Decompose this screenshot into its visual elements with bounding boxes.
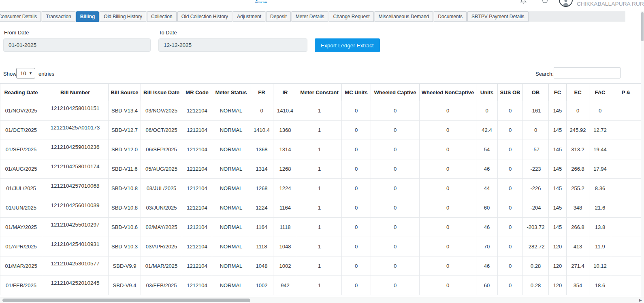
table-cell: 0 [420, 179, 476, 198]
table-cell: 1 [297, 179, 342, 198]
table-cell: 01/MAY/2025 [0, 218, 42, 237]
table-cell: 354 [567, 276, 589, 295]
table-cell: -57 [523, 140, 549, 159]
vertical-scrollbar-thumb[interactable] [641, 12, 644, 41]
avatar[interactable] [559, 0, 573, 7]
table-cell: SBD-V9.9 [109, 256, 141, 276]
table-row: 01/JUN/20251212104256010039SBD-V10.803/J… [0, 198, 641, 218]
table-cell: 1118 [273, 218, 297, 237]
column-header[interactable]: Reading Date [0, 84, 42, 101]
table-cell: 266.8 [567, 218, 589, 237]
tab-transaction[interactable]: Transaction [42, 11, 75, 22]
table-cell: 0 [342, 179, 371, 198]
tab-old-collection-history[interactable]: Old Collection History [177, 11, 232, 22]
table-cell: 1 [297, 140, 342, 159]
bell-icon[interactable] [520, 0, 527, 6]
table-cell: NORMAL [212, 237, 250, 256]
to-date-label: To Date [159, 30, 177, 36]
column-header[interactable]: OB [523, 84, 549, 101]
table-cell: 1164 [273, 198, 297, 218]
scroll-right-icon[interactable]: ▶ [639, 298, 642, 302]
column-header[interactable]: Bill Issue Date [141, 84, 182, 101]
page-size-select[interactable]: 10 ▼ [16, 68, 35, 78]
table-cell: -282.72 [523, 237, 549, 256]
column-header[interactable]: Wheeled Captive [371, 84, 420, 101]
table-cell: 0 [420, 276, 476, 295]
column-header[interactable]: EC [567, 84, 589, 101]
from-date-label: From Date [4, 30, 29, 36]
tab-consumer-details[interactable]: Consumer Details [0, 11, 41, 22]
table-cell: NORMAL [212, 179, 250, 198]
column-header[interactable]: MR Code [182, 84, 212, 101]
tab-miscellaneous-demand[interactable]: Miscellaneous Demand [375, 11, 433, 22]
table-cell: 245.92 [567, 121, 589, 140]
table-cell: 1048 [273, 237, 297, 256]
billing-table-grid: Reading Date Bill Number Bill Source Bil… [0, 83, 641, 295]
table-cell: 120 [549, 256, 567, 276]
column-header[interactable]: Meter Constant [297, 84, 342, 101]
column-header[interactable]: FR [250, 84, 273, 101]
column-header[interactable]: IR [273, 84, 297, 101]
table-cell: 1212104259010236 [42, 140, 109, 159]
table-cell: 1224 [250, 198, 273, 218]
table-cell: NORMAL [212, 218, 250, 237]
tab-meter-details[interactable]: Meter Details [292, 11, 328, 22]
table-cell: 0 [342, 159, 371, 179]
table-cell: 0 [342, 140, 371, 159]
horizontal-scrollbar-thumb[interactable] [2, 299, 250, 302]
vertical-scrollbar[interactable] [641, 11, 644, 297]
column-header[interactable]: FC [549, 84, 567, 101]
horizontal-scrollbar[interactable]: ▶ [0, 297, 644, 303]
tab-change-request[interactable]: Change Request [329, 11, 373, 22]
tab-billing[interactable]: Billing [76, 11, 99, 22]
export-ledger-button[interactable]: Export Ledger Extract [315, 38, 380, 52]
from-date-input[interactable] [3, 38, 151, 52]
column-header[interactable]: FAC [589, 84, 611, 101]
table-cell: 0 [371, 237, 420, 256]
table-cell: 1212104 [182, 276, 212, 295]
table-cell: 1212104253010577 [42, 256, 109, 276]
table-cell: 44 [476, 179, 498, 198]
tab-old-billing-history[interactable]: Old Billing History [100, 11, 146, 22]
table-cell: 1212104258010151 [42, 101, 109, 121]
table-cell: 1212104258010174 [42, 159, 109, 179]
table-cell: 70 [476, 237, 498, 256]
column-header[interactable]: Wheeled NonCaptive [420, 84, 476, 101]
table-cell: 01/SEP/2025 [0, 140, 42, 159]
table-cell: 0 [498, 276, 523, 295]
table-cell: SBD-V10.8 [109, 198, 141, 218]
tab-deposit[interactable]: Deposit [266, 11, 291, 22]
column-header[interactable]: SUS OB [498, 84, 523, 101]
table-cell: 0.28 [523, 256, 549, 276]
power-icon[interactable] [542, 0, 548, 5]
to-date-input[interactable] [158, 38, 307, 52]
column-header[interactable]: Bill Number [42, 84, 109, 101]
table-cell [611, 256, 641, 276]
column-header[interactable]: Bill Source [109, 84, 141, 101]
table-cell: 942 [273, 276, 297, 295]
tab-adjustment[interactable]: Adjustment [233, 11, 265, 22]
table-cell: 0 [498, 101, 523, 121]
table-cell: 8.36 [589, 179, 611, 198]
table-cell: 0 [371, 101, 420, 121]
column-header[interactable]: Units [476, 84, 498, 101]
tab-collection[interactable]: Collection [147, 11, 177, 22]
table-cell: 1212104257010068 [42, 179, 109, 198]
tab-srtpv-payment-details[interactable]: SRTPV Payment Details [467, 11, 529, 22]
tab-documents[interactable]: Documents [434, 11, 467, 22]
table-cell: 313.2 [567, 140, 589, 159]
search-input[interactable] [554, 67, 621, 78]
table-cell: 1212104 [182, 198, 212, 218]
column-header[interactable]: MC Units [342, 84, 371, 101]
column-header[interactable]: P & [611, 84, 641, 101]
column-header[interactable]: Meter Status [212, 84, 250, 101]
table-cell: SBD-V9.4 [109, 276, 141, 295]
show-label: Show [3, 71, 17, 77]
table-cell: 0 [371, 159, 420, 179]
table-cell: 46 [476, 256, 498, 276]
table-cell: 1 [297, 237, 342, 256]
table-cell: -161 [523, 101, 549, 121]
table-cell [611, 276, 641, 295]
table-cell: 46 [476, 159, 498, 179]
billing-table-body: 01/NOV/20251212104258010151SBD-V13.403/N… [0, 101, 641, 295]
